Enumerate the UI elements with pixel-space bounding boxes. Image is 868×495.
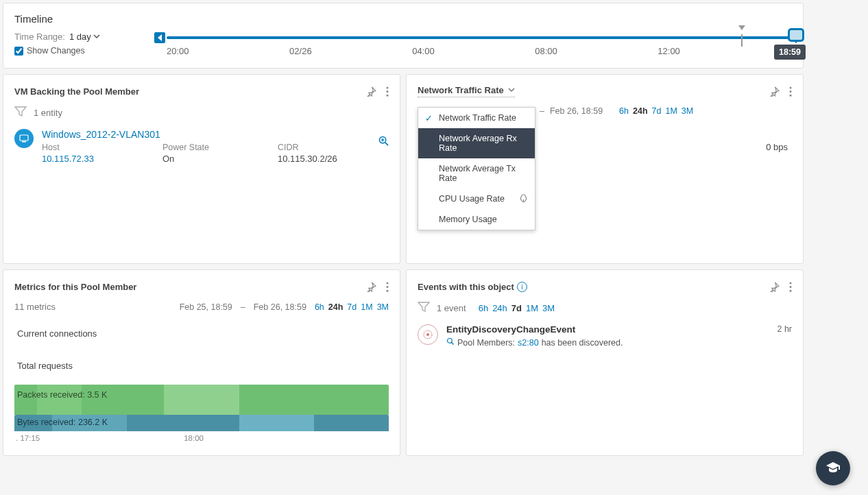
dropdown-item-cpu-usage[interactable]: CPU Usage Rate	[418, 189, 535, 209]
event-type-icon	[418, 324, 438, 345]
range-6h[interactable]: 6h	[315, 302, 324, 312]
chevron-down-icon	[508, 85, 515, 95]
search-icon[interactable]	[446, 337, 455, 348]
svg-point-19	[790, 289, 792, 291]
svg-point-17	[790, 282, 792, 284]
range-3m[interactable]: 3M	[377, 302, 389, 312]
tick-label: 20:00	[167, 46, 189, 56]
slider-track[interactable]	[167, 36, 803, 39]
panel-title: Metrics for this Pool Member	[14, 282, 136, 292]
svg-point-16	[387, 289, 389, 291]
timeline-slider[interactable]: 20:00 02/26 04:00 08:00 12:00 16:00 18:5…	[154, 32, 804, 61]
range-7d[interactable]: 7d	[511, 303, 522, 313]
graduation-cap-icon	[825, 460, 841, 476]
tick-label: 12:00	[658, 46, 680, 56]
svg-point-22	[448, 339, 453, 343]
range-3m[interactable]: 3M	[542, 303, 555, 313]
metrics-range-to: Feb 26, 18:59	[254, 302, 306, 312]
events-panel: Events with this object i 1 event 6h 24h…	[406, 269, 804, 456]
dropdown-item-network-rx[interactable]: Network Average Rx Rate	[418, 128, 535, 158]
event-desc-link[interactable]: s2:80	[518, 338, 539, 348]
metrics-count: 11 metrics	[14, 302, 56, 312]
help-fab-button[interactable]	[816, 451, 850, 485]
range-1m[interactable]: 1M	[361, 302, 372, 312]
range-1m[interactable]: 1M	[526, 303, 538, 313]
range-to: Feb 26, 18:59	[550, 106, 603, 116]
event-desc-suffix: has been discovered.	[542, 338, 623, 348]
slider-end-time-badge: 18:59	[774, 45, 806, 60]
more-icon[interactable]	[789, 86, 792, 97]
entity-count: 1 entity	[34, 108, 62, 118]
time-range-label: Time Range:	[14, 32, 65, 42]
more-icon[interactable]	[386, 86, 389, 97]
svg-point-2	[387, 90, 389, 93]
panel-title: VM Backing the Pool Member	[14, 86, 139, 97]
timeline-title: Timeline	[14, 13, 792, 25]
more-icon[interactable]	[386, 282, 389, 292]
network-chart-panel: Network Traffic Rate Network Traffic Rat…	[406, 74, 804, 264]
time-range-value[interactable]: 1 day	[69, 32, 91, 42]
range-1m[interactable]: 1M	[665, 106, 677, 116]
event-count: 1 event	[437, 303, 466, 313]
pin-icon[interactable]	[366, 282, 376, 292]
svg-rect-4	[20, 135, 28, 141]
metrics-range-from: Feb 25, 18:59	[180, 302, 232, 312]
vm-name-link[interactable]: Windows_2012-2-VLAN301	[42, 129, 370, 140]
range-7d[interactable]: 7d	[652, 106, 662, 116]
pin-icon[interactable]	[366, 86, 376, 97]
dropdown-item-memory-usage[interactable]: Memory Usage	[418, 209, 535, 230]
dropdown-item-network-traffic[interactable]: Network Traffic Rate	[418, 108, 535, 128]
axis-label: . 17:15	[16, 434, 40, 442]
event-time: 2 hr	[777, 324, 792, 334]
svg-point-14	[387, 282, 389, 284]
range-24h[interactable]: 24h	[633, 106, 648, 116]
range-6h[interactable]: 6h	[619, 106, 629, 116]
play-back-icon[interactable]	[154, 32, 165, 43]
slider-handle[interactable]	[788, 28, 804, 42]
tick-label: 02/26	[289, 46, 312, 56]
slider-marker-indicator[interactable]	[738, 25, 745, 30]
svg-point-15	[387, 286, 389, 288]
timeline-card: Timeline Time Range: 1 day Show Changes …	[3, 3, 804, 69]
svg-point-13	[790, 94, 792, 96]
range-24h[interactable]: 24h	[492, 303, 507, 313]
tick-label: 08:00	[535, 46, 557, 56]
svg-point-11	[790, 86, 792, 88]
metric-row-packets-received[interactable]: Packets received: 3.5 K	[14, 385, 389, 415]
dropdown-item-network-tx[interactable]: Network Average Tx Rate	[418, 158, 535, 189]
vm-icon	[14, 129, 34, 148]
metric-row-bytes-received[interactable]: Bytes received: 236.2 K	[14, 415, 389, 431]
range-dash: –	[540, 106, 544, 116]
chevron-down-icon[interactable]	[93, 32, 100, 42]
info-icon[interactable]: i	[517, 282, 527, 292]
metrics-time-axis: . 17:15 18:00	[14, 434, 389, 442]
range-dash: –	[241, 302, 245, 312]
cursor-icon	[519, 194, 528, 205]
svg-line-7	[385, 143, 388, 145]
svg-rect-5	[22, 141, 26, 143]
pin-icon[interactable]	[769, 282, 780, 292]
chart-metric-selector[interactable]: Network Traffic Rate	[418, 85, 515, 97]
more-icon[interactable]	[789, 282, 792, 292]
metric-row-total-requests[interactable]: Total requests	[14, 354, 389, 378]
range-7d[interactable]: 7d	[347, 302, 357, 312]
vm-cidr-label: CIDR	[278, 143, 337, 152]
filter-icon[interactable]	[418, 302, 430, 315]
vm-host-value[interactable]: 10.115.72.33	[42, 154, 94, 164]
range-24h[interactable]: 24h	[328, 302, 343, 312]
zoom-in-icon[interactable]	[378, 136, 389, 148]
event-title: EntityDiscoveryChangeEvent	[446, 324, 769, 335]
filter-icon[interactable]	[14, 106, 27, 119]
event-desc-prefix: Pool Members:	[457, 338, 515, 348]
svg-point-1	[387, 86, 389, 88]
svg-point-21	[426, 333, 429, 336]
range-3m[interactable]: 3M	[682, 106, 693, 116]
pin-icon[interactable]	[769, 86, 780, 97]
vm-cidr-value: 10.115.30.2/26	[278, 154, 337, 164]
show-changes-input[interactable]	[14, 47, 23, 56]
svg-line-23	[452, 343, 454, 345]
vm-host-label: Host	[42, 143, 94, 152]
metric-row-current-connections[interactable]: Current connections	[14, 322, 389, 346]
event-row[interactable]: EntityDiscoveryChangeEvent Pool Members:…	[418, 324, 792, 348]
range-6h[interactable]: 6h	[479, 303, 488, 313]
